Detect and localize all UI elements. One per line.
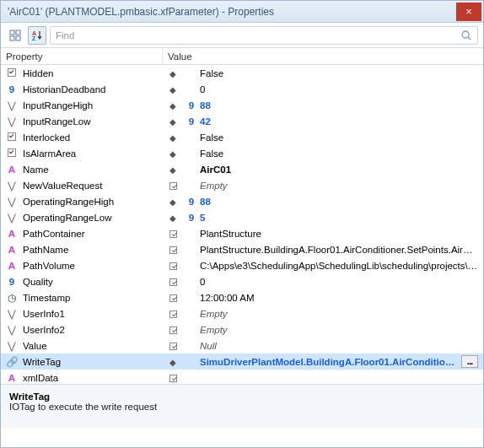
type-icon: A	[1, 261, 23, 271]
property-row[interactable]: ⋁UserInfo2Empty	[1, 321, 483, 337]
property-row[interactable]: 9HistorianDeadband◆0	[1, 81, 483, 97]
type-icon	[1, 68, 23, 78]
type-icon	[1, 132, 23, 143]
property-row[interactable]: ⋁InputRangeLow◆942	[1, 113, 483, 129]
svg-rect-1	[16, 30, 20, 35]
value-type-icon: ◆	[163, 148, 183, 159]
property-row[interactable]: ◷Timestamp12:00:00 AM	[1, 289, 483, 305]
svg-rect-0	[10, 30, 14, 35]
property-value[interactable]: PlantStructure	[200, 229, 483, 239]
toolbar: A Z	[1, 23, 483, 48]
property-value[interactable]: AirC01	[200, 165, 483, 175]
property-row[interactable]: AName◆AirC01	[1, 161, 483, 177]
header-property[interactable]: Property	[1, 48, 163, 64]
property-row[interactable]: ⋁InputRangeHigh◆988	[1, 97, 483, 113]
search-icon	[460, 30, 472, 41]
property-row[interactable]: Interlocked◆False	[1, 129, 483, 145]
property-row[interactable]: ⋁OperatingRangeHigh◆988	[1, 193, 483, 209]
browse-button[interactable]: ...	[461, 355, 478, 368]
property-value[interactable]: False	[200, 132, 483, 143]
property-row[interactable]: 9Quality0	[1, 273, 483, 289]
search-field[interactable]	[50, 26, 478, 45]
property-value[interactable]: False	[200, 148, 483, 159]
grid-header: Property Value	[1, 48, 483, 65]
property-name: Timestamp	[23, 293, 163, 303]
search-input[interactable]	[56, 30, 460, 40]
value-type-icon	[163, 181, 183, 191]
property-value[interactable]: 0	[200, 277, 483, 287]
property-row[interactable]: 🔗WriteTag◆SimuDriverPlantModel.BuildingA…	[1, 354, 483, 370]
property-row[interactable]: Hidden◆False	[1, 65, 483, 81]
close-button[interactable]: ×	[456, 3, 481, 21]
value-type-icon	[163, 277, 183, 287]
property-name: UserInfo1	[23, 309, 163, 319]
property-value[interactable]: 88	[200, 197, 483, 207]
value-type-icon: ◆	[163, 116, 183, 127]
property-value[interactable]: SimuDriverPlantModel.BuildingA.Floor01.A…	[200, 357, 461, 367]
property-value[interactable]: Empty	[200, 181, 483, 191]
property-value[interactable]: Null	[200, 341, 483, 351]
value-type-icon: ◆	[163, 84, 183, 94]
property-row[interactable]: APathContainerPlantStructure	[1, 225, 483, 241]
detail-description: IOTag to execute the write request	[9, 402, 475, 412]
type-icon: ⋁	[1, 308, 23, 320]
property-name: OperatingRangeLow	[23, 213, 163, 223]
property-value[interactable]: 88	[200, 100, 483, 111]
property-value[interactable]: 12:00:00 AM	[200, 293, 483, 303]
property-row[interactable]: ⋁NewValueRequestEmpty	[1, 177, 483, 193]
value-type-icon: ◆	[163, 132, 183, 143]
property-row[interactable]: APathNamePlantStructure.BuildingA.Floor0…	[1, 241, 483, 257]
type-icon: A	[1, 245, 23, 255]
svg-text:Z: Z	[32, 35, 36, 41]
property-row[interactable]: APathVolumeC:\Apps\e3\SchedulingApp\Sche…	[1, 257, 483, 273]
property-value[interactable]: 42	[200, 116, 483, 127]
property-row[interactable]: ⋁UserInfo1Empty	[1, 305, 483, 321]
header-value[interactable]: Value	[163, 48, 483, 64]
value-type-icon	[163, 245, 183, 255]
sort-button[interactable]: A Z	[28, 26, 46, 45]
property-name: NewValueRequest	[23, 181, 163, 191]
property-value[interactable]: False	[200, 68, 483, 78]
property-name: xmlData	[23, 373, 163, 383]
value-type-icon	[163, 293, 183, 303]
type-icon: 🔗	[1, 356, 23, 368]
svg-line-7	[468, 37, 471, 40]
property-row[interactable]: AxmlData	[1, 370, 483, 384]
property-row[interactable]: IsAlarmArea◆False	[1, 145, 483, 161]
svg-rect-2	[10, 36, 14, 40]
type-icon: ◷	[1, 292, 23, 304]
property-name: InputRangeLow	[23, 116, 163, 127]
property-value[interactable]: Empty	[200, 309, 483, 319]
type-icon: ⋁	[1, 340, 23, 352]
categorize-button[interactable]	[6, 26, 24, 45]
value-type-icon: ◆	[163, 357, 183, 367]
property-name: PathVolume	[23, 261, 163, 271]
property-value[interactable]: PlantStructure.BuildingA.Floor01.AirCond…	[200, 245, 483, 255]
grid-icon	[9, 30, 21, 41]
property-grid: Hidden◆False9HistorianDeadband◆0⋁InputRa…	[1, 65, 483, 384]
property-name: Interlocked	[23, 132, 163, 143]
type-icon: ⋁	[1, 100, 23, 111]
property-name: HistorianDeadband	[23, 84, 163, 94]
type-icon: ⋁	[1, 196, 23, 208]
property-value[interactable]: 5	[200, 213, 483, 223]
property-name: UserInfo2	[23, 325, 163, 335]
type-icon: ⋁	[1, 212, 23, 224]
property-value[interactable]: C:\Apps\e3\SchedulingApp\SchedulingLib\s…	[200, 261, 483, 271]
value-type-icon	[163, 341, 183, 351]
property-name: WriteTag	[23, 357, 163, 367]
type-icon: A	[1, 229, 23, 239]
property-value[interactable]: Empty	[200, 325, 483, 335]
property-name: Value	[23, 341, 163, 351]
value-type-icon	[163, 373, 183, 383]
property-value[interactable]: 0	[200, 84, 483, 94]
property-row[interactable]: ⋁OperatingRangeLow◆95	[1, 209, 483, 225]
sort-icon: A Z	[31, 30, 43, 41]
property-row[interactable]: ⋁ValueNull	[1, 337, 483, 354]
type-icon: 9	[1, 84, 23, 94]
detail-panel: WriteTag IOTag to execute the write requ…	[1, 384, 483, 428]
type-icon: ⋁	[1, 180, 23, 192]
property-name: IsAlarmArea	[23, 148, 163, 159]
property-name: Hidden	[23, 68, 163, 78]
svg-point-6	[462, 31, 469, 38]
